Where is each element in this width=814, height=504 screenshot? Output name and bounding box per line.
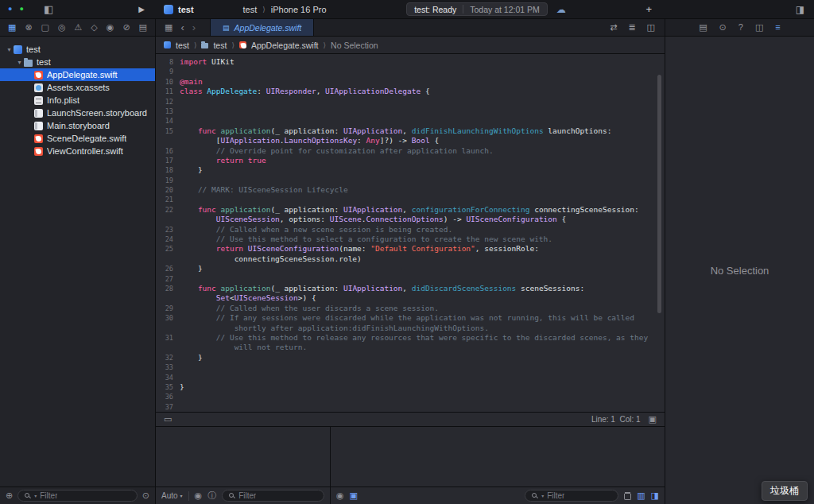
code-line[interactable]: 29 // Called when the user discards a sc… xyxy=(156,304,665,313)
jump-bar[interactable]: test⟩test⟩AppDelegate.swift⟩No Selection xyxy=(156,37,665,54)
code-line[interactable]: 8import UIKit xyxy=(156,57,665,67)
console-mode-icon[interactable]: ▣ xyxy=(350,491,358,500)
code-line[interactable]: [UIApplication.LaunchOptionsKey: Any]?) … xyxy=(156,136,665,145)
find-navigator-icon[interactable]: ◎ xyxy=(58,23,66,32)
navigator-item-launchscreen-storyboard[interactable]: LaunchScreen.storyboard xyxy=(0,107,155,119)
quick-help-inspector-icon[interactable]: ? xyxy=(738,23,743,32)
code-line[interactable]: 34 xyxy=(156,373,665,382)
navigator-item-main-storyboard[interactable]: Main.storyboard xyxy=(0,119,155,132)
console-eye-icon[interactable]: ◉ xyxy=(336,491,344,500)
code-line[interactable]: 9 xyxy=(156,67,665,76)
show-variables-icon[interactable]: ◉ xyxy=(195,491,203,500)
source-control-navigator-icon[interactable]: ⊗ xyxy=(25,23,32,32)
code-line[interactable]: 23 // Called when a new scene session is… xyxy=(156,225,665,235)
code-line[interactable]: UISceneSession, options: UIScene.Connect… xyxy=(156,215,665,224)
code-line[interactable]: 16 // Override point for customization a… xyxy=(156,146,665,156)
issues-navigator-icon[interactable]: ⚠ xyxy=(75,23,83,32)
code-line[interactable]: connectingSceneSession.role) xyxy=(156,254,665,264)
editor-mode-icon[interactable]: ▭ xyxy=(164,415,172,424)
window-dot-green-icon[interactable]: ● xyxy=(19,6,23,13)
code-line[interactable]: 17 return true xyxy=(156,156,665,165)
clear-console-icon[interactable] xyxy=(624,491,631,500)
code-line[interactable]: 21 xyxy=(156,195,665,204)
cloud-icon[interactable]: ☁ xyxy=(556,5,566,14)
toggle-variables-pane-icon[interactable]: ▥ xyxy=(637,491,645,500)
code-line[interactable]: 18 } xyxy=(156,165,665,175)
code-line[interactable]: 26 } xyxy=(156,264,665,273)
navigator-filter-input[interactable]: ▾ Filter xyxy=(17,490,138,502)
code-line[interactable]: 10@main xyxy=(156,77,665,87)
code-line[interactable]: 27 xyxy=(156,274,665,284)
code-line[interactable]: Set<UISceneSession>) { xyxy=(156,293,665,303)
new-tab-button[interactable]: + xyxy=(645,4,652,14)
add-button[interactable]: ⊕ xyxy=(6,491,13,500)
variables-scope-dropdown[interactable]: Auto ▾ xyxy=(161,491,183,500)
code-line[interactable]: 28 func application(_ application: UIApp… xyxy=(156,284,665,293)
breadcrumb-item[interactable]: test xyxy=(176,41,189,50)
variables-filter-input[interactable]: Filter xyxy=(222,490,324,502)
code-review-icon[interactable]: ⇄ xyxy=(610,22,617,33)
source-editor[interactable]: 8import UIKit910@main11class AppDelegate… xyxy=(156,54,665,412)
attributes-inspector-icon[interactable]: ≡ xyxy=(775,23,780,32)
tab-overview-icon[interactable]: ▦ xyxy=(165,22,172,33)
code-line[interactable]: 36 xyxy=(156,392,665,401)
code-line[interactable]: 35} xyxy=(156,382,665,392)
code-line[interactable]: 22 func application(_ application: UIApp… xyxy=(156,205,665,215)
code-line[interactable]: 30 // If any sessions were discarded whi… xyxy=(156,313,665,323)
navigator-item-test[interactable]: ▾test xyxy=(0,43,155,56)
window-dot-blue-icon[interactable]: ● xyxy=(8,6,12,13)
code-line[interactable]: 12 xyxy=(156,97,665,107)
console-pane[interactable] xyxy=(331,427,665,487)
disclosure-triangle-icon[interactable]: ▾ xyxy=(15,59,24,66)
code-line[interactable]: 32 } xyxy=(156,353,665,362)
recent-files-icon[interactable]: ⊙ xyxy=(142,491,149,500)
back-button[interactable]: ‹ xyxy=(180,22,184,33)
debug-navigator-icon[interactable]: ◉ xyxy=(107,23,114,32)
active-project-indicator[interactable]: test xyxy=(164,5,194,14)
inspector-toggle-icon[interactable]: ◨ xyxy=(796,5,804,14)
code-line[interactable]: 25 return UISceneConfiguration(name: "De… xyxy=(156,244,665,254)
code-line[interactable]: 33 xyxy=(156,362,665,372)
navigator-item-test[interactable]: ▾test xyxy=(0,56,155,68)
code-line[interactable]: 11class AppDelegate: UIResponder, UIAppl… xyxy=(156,87,665,96)
variables-pane[interactable] xyxy=(156,427,330,487)
breadcrumb-item[interactable]: AppDelegate.swift xyxy=(251,41,319,50)
breadcrumb-item[interactable]: No Selection xyxy=(331,41,378,50)
navigator-item-appdelegate-swift[interactable]: AppDelegate.swift xyxy=(0,68,155,81)
breadcrumb-item[interactable]: test xyxy=(213,41,227,50)
forward-button[interactable]: › xyxy=(192,22,196,33)
minimap-menu-icon[interactable]: ≣ xyxy=(628,22,635,33)
code-line[interactable]: 13 xyxy=(156,107,665,116)
accessibility-inspector-icon[interactable]: ◫ xyxy=(755,23,763,32)
file-inspector-icon[interactable]: ▤ xyxy=(699,23,707,32)
navigator-item-viewcontroller-swift[interactable]: ViewController.swift xyxy=(0,145,155,157)
code-line[interactable]: 15 func application(_ application: UIApp… xyxy=(156,126,665,136)
console-filter-input[interactable]: ▾ Filter xyxy=(525,490,618,502)
history-inspector-icon[interactable]: ⊙ xyxy=(719,23,727,32)
run-button[interactable]: ▶ xyxy=(138,6,145,14)
navigator-item-info-plist[interactable]: Info.plist xyxy=(0,94,155,107)
code-line[interactable]: 24 // Use this method to select a config… xyxy=(156,235,665,244)
reports-navigator-icon[interactable]: ▤ xyxy=(139,23,147,32)
toggle-console-pane-icon[interactable]: ◨ xyxy=(651,491,659,500)
code-line[interactable]: shortly after application:didFinishLaunc… xyxy=(156,324,665,333)
breakpoints-navigator-icon[interactable]: ⊘ xyxy=(122,23,130,32)
navigator-item-assets-xcassets[interactable]: Assets.xcassets xyxy=(0,81,155,94)
code-line[interactable]: 20 // MARK: UISceneSession Lifecycle xyxy=(156,185,665,195)
info-icon[interactable]: ⓘ xyxy=(207,491,216,500)
add-editor-icon[interactable]: ◫ xyxy=(647,22,655,33)
code-line[interactable]: 37 xyxy=(156,402,665,412)
activity-status[interactable]: test: Ready Today at 12:01 PM xyxy=(406,2,548,16)
code-line[interactable]: will not return. xyxy=(156,343,665,352)
scheme-selector[interactable]: test ⟩ iPhone 16 Pro xyxy=(243,5,327,14)
editor-scrollbar[interactable] xyxy=(657,75,661,313)
code-line[interactable]: 14 xyxy=(156,116,665,126)
navigator-item-scenedelegate-swift[interactable]: SceneDelegate.swift xyxy=(0,132,155,145)
editor-adjust-icon[interactable]: ▣ xyxy=(649,415,657,424)
tab-appdelegate[interactable]: ▤ AppDelegate.swift xyxy=(210,19,314,36)
project-navigator-icon[interactable]: ▦ xyxy=(8,23,16,32)
disclosure-triangle-icon[interactable]: ▾ xyxy=(5,46,14,53)
navigator-toggle-icon[interactable]: ◧ xyxy=(44,4,53,14)
code-line[interactable]: 19 xyxy=(156,176,665,185)
code-line[interactable]: 31 // Use this method to release any res… xyxy=(156,333,665,343)
